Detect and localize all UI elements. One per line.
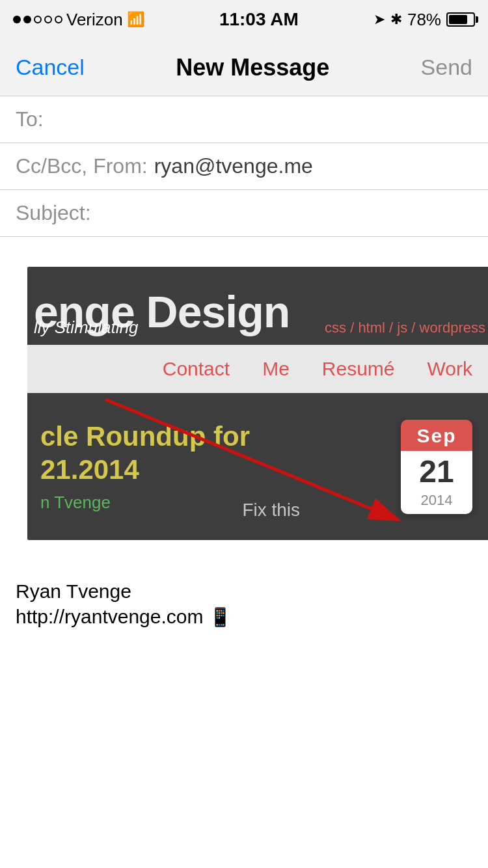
- signal-dot-4: [44, 16, 52, 23]
- signal-dots: [13, 16, 62, 23]
- site-post: cle Roundup for 21.2014 n Tvenge Sep 21 …: [27, 393, 488, 540]
- subject-input[interactable]: [98, 201, 472, 225]
- nav-item-me[interactable]: Me: [262, 358, 290, 380]
- location-icon: ➤: [373, 11, 385, 28]
- sig-url-text: http://ryantvenge.com: [16, 606, 204, 628]
- carrier-label: Verizon: [66, 10, 123, 30]
- post-title: cle Roundup for 21.2014: [40, 420, 401, 486]
- fix-this-label: Fix this: [242, 500, 300, 521]
- sig-name: Ryan Tvenge: [16, 576, 472, 606]
- site-stimulating: lly Stimulating: [34, 318, 138, 338]
- site-header: enge Design lly Stimulating css / html /…: [27, 267, 488, 345]
- date-month: Sep: [401, 420, 472, 451]
- bluetooth-icon: ✱: [390, 11, 402, 28]
- status-left: Verizon 📶: [13, 10, 144, 30]
- post-author: n Tvenge: [40, 493, 401, 513]
- status-bar: Verizon 📶 11:03 AM ➤ ✱ 78%: [0, 0, 488, 39]
- signal-dot-1: [13, 16, 21, 23]
- email-body[interactable]: enge Design lly Stimulating css / html /…: [0, 237, 488, 550]
- battery-icon: [446, 12, 475, 27]
- to-input[interactable]: [50, 107, 472, 131]
- status-right: ➤ ✱ 78%: [373, 10, 475, 30]
- status-time: 11:03 AM: [219, 9, 299, 30]
- embedded-screenshot: enge Design lly Stimulating css / html /…: [27, 267, 488, 540]
- cc-field: Cc/Bcc, From: ryan@tvenge.me: [0, 143, 488, 190]
- nav-item-work[interactable]: Work: [427, 358, 472, 380]
- cc-value: ryan@tvenge.me: [154, 154, 313, 178]
- phone-icon: 📱: [209, 606, 232, 628]
- post-title-line2: 21.2014: [40, 454, 139, 485]
- post-title-area: cle Roundup for 21.2014 n Tvenge: [40, 420, 401, 513]
- nav-bar: Cancel New Message Send: [0, 39, 488, 96]
- signal-dot-2: [23, 16, 31, 23]
- site-subtitle-row: lly Stimulating css / html / js / wordpr…: [34, 318, 488, 338]
- subject-label: Subject:: [16, 201, 91, 225]
- email-signature: Ryan Tvenge http://ryantvenge.com 📱: [0, 550, 488, 644]
- date-year: 2014: [401, 492, 472, 514]
- date-day: 21: [401, 451, 472, 492]
- battery-percent: 78%: [407, 10, 441, 30]
- sig-url: http://ryantvenge.com 📱: [16, 606, 472, 628]
- nav-title: New Message: [176, 54, 329, 81]
- nav-item-contact[interactable]: Contact: [163, 358, 230, 380]
- to-field: To:: [0, 96, 488, 143]
- signal-dot-5: [55, 16, 62, 23]
- date-badge: Sep 21 2014: [401, 420, 472, 514]
- nav-item-resume[interactable]: Resumé: [322, 358, 395, 380]
- signal-dot-3: [34, 16, 42, 23]
- battery-fill: [449, 15, 467, 24]
- wifi-icon: 📶: [127, 11, 144, 28]
- site-nav: Contact Me Resumé Work: [27, 345, 488, 393]
- post-title-line1: cle Roundup for: [40, 421, 250, 452]
- cc-label: Cc/Bcc, From:: [16, 154, 148, 178]
- send-button[interactable]: Send: [421, 55, 472, 80]
- to-label: To:: [16, 107, 44, 131]
- cancel-button[interactable]: Cancel: [16, 55, 85, 80]
- subject-field: Subject:: [0, 190, 488, 237]
- site-tags: css / html / js / wordpress: [325, 319, 485, 336]
